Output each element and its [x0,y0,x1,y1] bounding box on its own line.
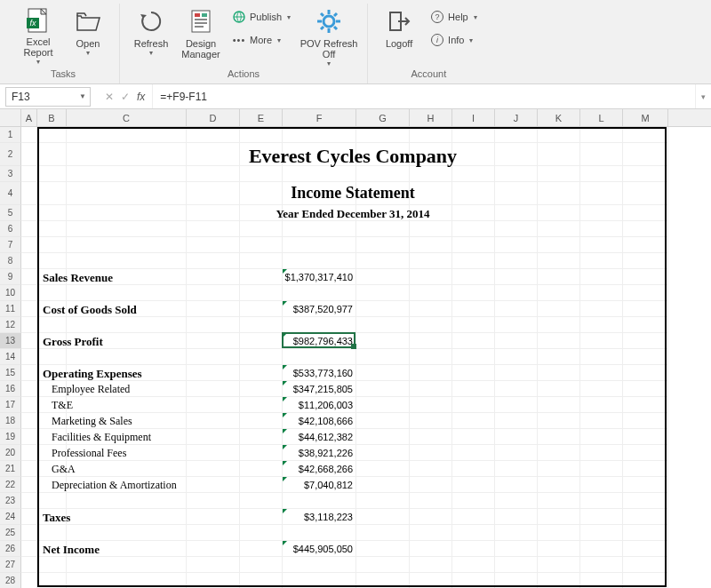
cell-C21[interactable] [67,461,187,477]
cell-E27[interactable] [240,557,283,573]
cell-G6[interactable] [356,221,410,237]
cell-K7[interactable] [538,237,580,253]
row-header[interactable]: 21 [0,461,21,477]
cell-M16[interactable] [623,381,668,397]
cell-E13[interactable] [240,333,283,349]
cell-G27[interactable] [356,557,410,573]
cell-K10[interactable] [538,285,580,301]
cell-F1[interactable] [283,127,356,143]
cell-F23[interactable] [283,493,356,509]
expand-formula-bar[interactable]: ▾ [695,84,711,108]
cell-K28[interactable] [538,573,580,588]
cell-G3[interactable] [356,166,410,182]
cell-G15[interactable] [356,365,410,381]
cell-J10[interactable] [495,285,538,301]
cell-D24[interactable] [187,509,240,525]
col-header-H[interactable]: H [410,109,452,126]
cell-D25[interactable] [187,525,240,541]
cell-C23[interactable] [67,493,187,509]
cell-D22[interactable] [187,477,240,493]
logoff-button[interactable]: Logoff [375,4,423,66]
cell-K25[interactable] [538,525,580,541]
cell-E8[interactable] [240,253,283,269]
cell-D14[interactable] [187,349,240,365]
cell-D9[interactable] [187,269,240,285]
cell-K18[interactable] [538,413,580,429]
cell-D1[interactable] [187,127,240,143]
cell-K14[interactable] [538,349,580,365]
cell-L16[interactable] [580,381,623,397]
cell-M24[interactable] [623,509,668,525]
cell-K19[interactable] [538,429,580,445]
row-header[interactable]: 27 [0,557,21,573]
cell-C24[interactable] [67,509,187,525]
pov-refresh-button[interactable]: POV Refresh Off▾ [298,4,360,66]
cell-F27[interactable] [283,557,356,573]
cell-E15[interactable] [240,365,283,381]
cell-M21[interactable] [623,461,668,477]
cell-L1[interactable] [580,127,623,143]
cell-L27[interactable] [580,557,623,573]
cell-M15[interactable] [623,365,668,381]
name-box[interactable]: F13 ▼ [5,87,91,107]
select-all-button[interactable] [0,109,21,126]
cell-M25[interactable] [623,525,668,541]
cell-L20[interactable] [580,445,623,461]
cell-H13[interactable] [410,333,452,349]
cell-J6[interactable] [495,221,538,237]
cell-G21[interactable] [356,461,410,477]
cell-I8[interactable] [452,253,495,269]
cell-A28[interactable] [21,573,37,588]
row-header[interactable]: 1 [0,127,21,143]
cell-F3[interactable] [283,166,356,182]
cell-B3[interactable] [37,166,67,182]
cell-E9[interactable] [240,269,283,285]
cell-B14[interactable] [37,349,67,365]
cell-L13[interactable] [580,333,623,349]
cell-M10[interactable] [623,285,668,301]
cell-E23[interactable] [240,493,283,509]
cell-K26[interactable] [538,541,580,557]
cell-A5[interactable] [21,205,37,221]
cell-D18[interactable] [187,413,240,429]
chevron-down-icon[interactable]: ▼ [79,92,86,100]
cell-K24[interactable] [538,509,580,525]
cell-F12[interactable] [283,317,356,333]
cell-K1[interactable] [538,127,580,143]
cell-C25[interactable] [67,525,187,541]
cell-D10[interactable] [187,285,240,301]
cell-E26[interactable] [240,541,283,557]
cell-A18[interactable] [21,413,37,429]
row-header[interactable]: 20 [0,445,21,461]
row-header[interactable]: 2 [0,143,21,166]
row-header[interactable]: 16 [0,381,21,397]
cell-I26[interactable] [452,541,495,557]
cell-I17[interactable] [452,397,495,413]
cell-H14[interactable] [410,349,452,365]
cell-E12[interactable] [240,317,283,333]
cell-H20[interactable] [410,445,452,461]
col-header-I[interactable]: I [452,109,495,126]
cell-A6[interactable] [21,221,37,237]
cell-A26[interactable] [21,541,37,557]
cell-H1[interactable] [410,127,452,143]
cell-A24[interactable] [21,509,37,525]
cell-D23[interactable] [187,493,240,509]
row-header[interactable]: 11 [0,301,21,317]
cell-J12[interactable] [495,317,538,333]
cell-M9[interactable] [623,269,668,285]
cell-F6[interactable] [283,221,356,237]
fx-icon[interactable]: fx [137,91,145,103]
cell-K3[interactable] [538,166,580,182]
cell-J23[interactable] [495,493,538,509]
col-header-G[interactable]: G [356,109,410,126]
cell-G13[interactable] [356,333,410,349]
cell-K22[interactable] [538,477,580,493]
cell-D21[interactable] [187,461,240,477]
cell-G19[interactable] [356,429,410,445]
cell-L23[interactable] [580,493,623,509]
cell-M11[interactable] [623,301,668,317]
cell-L8[interactable] [580,253,623,269]
cell-F10[interactable] [283,285,356,301]
cell-B25[interactable] [37,525,67,541]
